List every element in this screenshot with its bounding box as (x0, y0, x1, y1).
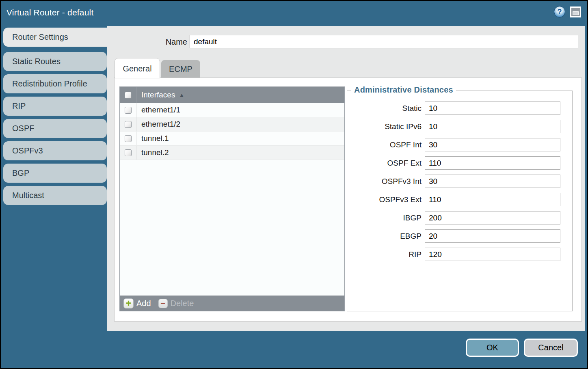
sidebar-item-ospfv3[interactable]: OSPFv3 (3, 141, 107, 160)
administrative-distances-body: Static Static IPv6 OSPF Int OSPF Ext (347, 91, 572, 311)
table-row[interactable]: ethernet1/1 (120, 103, 344, 117)
help-icon[interactable]: ? (554, 6, 565, 17)
cancel-button[interactable]: Cancel (524, 339, 578, 357)
row-checkbox[interactable] (125, 149, 132, 156)
ospfv3-ext-label: OSPFv3 Ext (347, 195, 422, 204)
field-row-ospfv3-ext: OSPFv3 Ext (347, 193, 560, 206)
delete-button[interactable]: − Delete (158, 299, 194, 308)
ebgp-label: EBGP (347, 232, 422, 241)
sidebar-item-static-routes[interactable]: Static Routes (3, 52, 107, 71)
ospf-ext-input[interactable] (425, 156, 560, 170)
rip-input[interactable] (425, 248, 560, 261)
ospf-int-label: OSPF Int (347, 140, 422, 149)
window-restore-icon-inner (571, 8, 580, 16)
rip-label: RIP (347, 250, 422, 259)
window-restore-icon-rect (573, 11, 579, 15)
field-row-rip: RIP (347, 248, 560, 261)
ospf-int-input[interactable] (425, 138, 560, 151)
field-row-ospf-int: OSPF Int (347, 138, 560, 151)
delete-button-label: Delete (171, 299, 194, 308)
sidebar-item-multicast[interactable]: Multicast (3, 186, 107, 205)
row-checkbox-cell (120, 146, 136, 160)
sidebar-item-rip[interactable]: RIP (3, 97, 107, 116)
interface-name: tunnel.1 (141, 134, 169, 143)
row-checkbox-cell (120, 117, 136, 131)
static-input[interactable] (425, 101, 560, 115)
table-empty-area (120, 160, 344, 296)
add-button[interactable]: + Add (123, 298, 151, 309)
row-checkbox[interactable] (125, 135, 132, 142)
content-area: Name General ECMP Interfaces ▲ ethernet1… (107, 26, 585, 331)
sort-ascending-icon[interactable]: ▲ (179, 92, 184, 98)
static-ipv6-label: Static IPv6 (347, 122, 422, 131)
row-checkbox-cell (120, 103, 136, 117)
ibgp-label: IBGP (347, 214, 422, 222)
row-checkbox[interactable] (125, 107, 132, 114)
sidebar-item-router-settings[interactable]: Router Settings (3, 28, 108, 47)
ebgp-input[interactable] (425, 229, 560, 243)
field-row-ospf-ext: OSPF Ext (347, 156, 560, 170)
static-label: Static (347, 104, 422, 113)
title-bar: Virtual Router - default ? (1, 1, 587, 26)
interfaces-table: Interfaces ▲ ethernet1/1 ethernet1/2 tun… (119, 86, 345, 311)
add-icon: + (123, 298, 134, 309)
sidebar-item-bgp[interactable]: BGP (3, 164, 107, 183)
row-checkbox[interactable] (125, 121, 132, 128)
ospfv3-int-input[interactable] (425, 175, 560, 188)
row-checkbox-cell (120, 132, 136, 145)
select-all-cell (120, 87, 136, 103)
dialog-title: Virtual Router - default (6, 8, 94, 17)
window-restore-icon[interactable] (570, 6, 581, 17)
tab-general[interactable]: General (115, 58, 160, 78)
interface-name: tunnel.2 (141, 148, 169, 157)
tab-ecmp[interactable]: ECMP (161, 60, 200, 78)
table-row[interactable]: tunnel.2 (120, 146, 344, 160)
ibgp-input[interactable] (425, 211, 560, 224)
interfaces-table-footer: + Add − Delete (120, 296, 344, 311)
field-row-ospfv3-int: OSPFv3 Int (347, 175, 560, 188)
administrative-distances-fieldset: Administrative Distances Static Static I… (347, 91, 573, 311)
general-tab-panel: Interfaces ▲ ethernet1/1 ethernet1/2 tun… (114, 78, 582, 322)
table-row[interactable]: ethernet1/2 (120, 117, 344, 132)
name-input[interactable] (190, 35, 578, 48)
delete-icon: − (158, 299, 168, 308)
field-row-ibgp: IBGP (347, 211, 560, 224)
interface-name: ethernet1/1 (141, 106, 180, 114)
virtual-router-dialog: Virtual Router - default ? Router Settin… (1, 1, 587, 368)
field-row-static: Static (347, 101, 560, 115)
sidebar-item-ospf[interactable]: OSPF (3, 119, 107, 138)
ok-button[interactable]: OK (466, 339, 519, 357)
static-ipv6-input[interactable] (425, 120, 560, 133)
interfaces-table-header: Interfaces ▲ (120, 87, 344, 103)
name-field-label: Name (156, 37, 187, 47)
field-row-static-ipv6: Static IPv6 (347, 120, 560, 133)
sidebar-item-redistribution-profile[interactable]: Redistribution Profile (3, 74, 107, 93)
ospfv3-ext-input[interactable] (425, 193, 560, 206)
field-row-ebgp: EBGP (347, 229, 560, 243)
add-button-label: Add (136, 299, 151, 308)
select-all-checkbox[interactable] (125, 92, 132, 99)
table-row[interactable]: tunnel.1 (120, 132, 344, 146)
ospf-ext-label: OSPF Ext (347, 159, 422, 168)
interfaces-column-header[interactable]: Interfaces (141, 91, 175, 99)
interface-name: ethernet1/2 (141, 120, 180, 129)
ospfv3-int-label: OSPFv3 Int (347, 177, 422, 186)
